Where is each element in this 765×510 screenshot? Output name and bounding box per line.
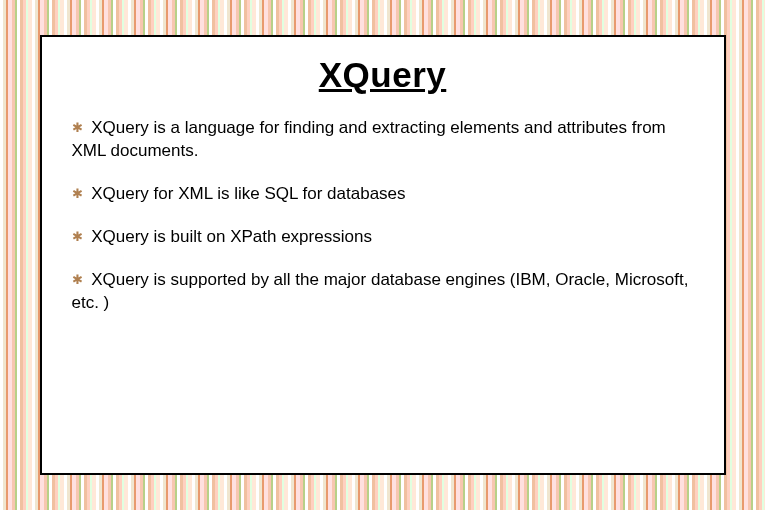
bullet-text: XQuery is supported by all the major dat… <box>72 270 689 312</box>
bullet-icon: ✱ <box>72 185 83 203</box>
bullet-item: ✱ XQuery is supported by all the major d… <box>72 269 694 315</box>
bullet-text: XQuery is built on XPath expressions <box>91 227 372 246</box>
bullet-icon: ✱ <box>72 228 83 246</box>
slide-title: XQuery <box>72 55 694 95</box>
bullet-item: ✱ XQuery is a language for finding and e… <box>72 117 694 163</box>
bullet-icon: ✱ <box>72 119 83 137</box>
slide-card: XQuery ✱ XQuery is a language for findin… <box>40 35 726 475</box>
bullet-item: ✱ XQuery for XML is like SQL for databas… <box>72 183 694 206</box>
bullet-text: XQuery for XML is like SQL for databases <box>91 184 405 203</box>
slide-background: XQuery ✱ XQuery is a language for findin… <box>0 0 765 510</box>
bullet-text: XQuery is a language for finding and ext… <box>72 118 666 160</box>
bullet-icon: ✱ <box>72 271 83 289</box>
bullet-item: ✱ XQuery is built on XPath expressions <box>72 226 694 249</box>
